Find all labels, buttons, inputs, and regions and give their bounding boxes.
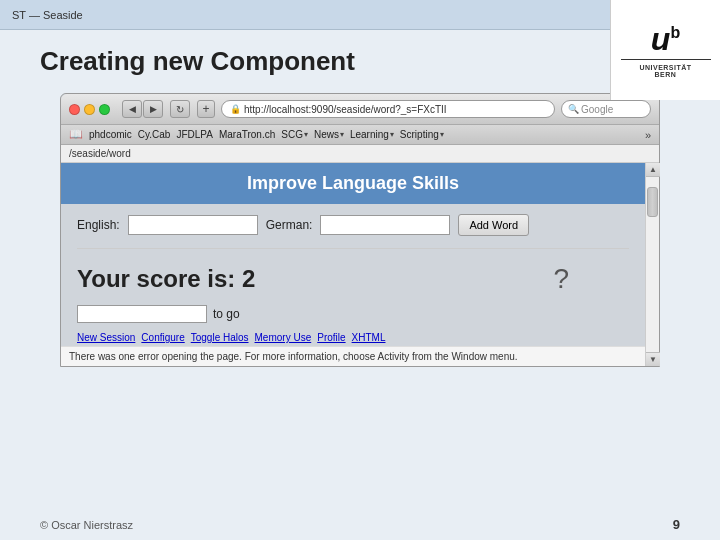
ssl-icon: 🔒 — [230, 104, 241, 114]
nav-buttons: ◀ ▶ — [122, 100, 163, 118]
link-new-session[interactable]: New Session — [77, 332, 135, 343]
minimize-button[interactable] — [84, 104, 95, 115]
search-icon: 🔍 — [568, 104, 579, 114]
scrollbar-thumb[interactable] — [647, 187, 658, 217]
to-go-input[interactable] — [77, 305, 207, 323]
forward-button[interactable]: ▶ — [143, 100, 163, 118]
logo-university: UNIVERSITÄT BERN — [639, 64, 691, 78]
logo-area: ub UNIVERSITÄT BERN — [610, 0, 720, 100]
page-header-blue: Improve Language Skills — [61, 163, 645, 204]
bottom-links: New Session Configure Toggle Halos Memor… — [61, 329, 645, 346]
word-form: English: German: Add Word — [61, 204, 645, 246]
close-button[interactable] — [69, 104, 80, 115]
form-divider — [77, 248, 629, 249]
maximize-button[interactable] — [99, 104, 110, 115]
to-go-label: to go — [213, 307, 240, 321]
browser-window: ◀ ▶ ↻ + 🔒 http://localhost:9090/seaside/… — [60, 93, 660, 367]
scroll-down-button[interactable]: ▼ — [646, 352, 660, 366]
score-text: Your score is: 2 — [77, 265, 255, 293]
link-configure[interactable]: Configure — [141, 332, 184, 343]
url-bar[interactable]: 🔒 http://localhost:9090/seaside/word?_s=… — [221, 100, 555, 118]
bookmarks-icon: 📖 — [69, 128, 83, 141]
question-mark: ? — [553, 263, 629, 295]
traffic-lights — [69, 104, 110, 115]
browser-titlebar: ◀ ▶ ↻ + 🔒 http://localhost:9090/seaside/… — [61, 94, 659, 125]
bookmark-learning[interactable]: Learning ▾ — [350, 129, 394, 140]
back-button[interactable]: ◀ — [122, 100, 142, 118]
bookmark-phdcomic[interactable]: phdcomic — [89, 129, 132, 140]
bookmark-scripting[interactable]: Scripting ▾ — [400, 129, 444, 140]
english-input[interactable] — [128, 215, 258, 235]
header-label: ST — Seaside — [12, 9, 83, 21]
error-bar: There was one error opening the page. Fo… — [61, 346, 645, 366]
link-memory-use[interactable]: Memory Use — [255, 332, 312, 343]
browser-content-area: Improve Language Skills English: German:… — [61, 163, 659, 366]
bookmarks-bar: 📖 phdcomic Cy.Cab JFDLPA MaraTron.ch SCG… — [61, 125, 659, 145]
search-bar[interactable]: 🔍 Google — [561, 100, 651, 118]
bookmarks-more-button[interactable]: » — [645, 129, 651, 141]
german-input[interactable] — [320, 215, 450, 235]
bookmark-maratron[interactable]: MaraTron.ch — [219, 129, 275, 140]
bookmark-jfdlpa[interactable]: JFDLPA — [176, 129, 213, 140]
refresh-button[interactable]: ↻ — [170, 100, 190, 118]
german-label: German: — [266, 218, 313, 232]
bookmark-scg[interactable]: SCG ▾ — [281, 129, 308, 140]
scroll-up-button[interactable]: ▲ — [646, 163, 660, 177]
footer: © Oscar Nierstrasz 9 — [40, 517, 680, 532]
link-toggle-halos[interactable]: Toggle Halos — [191, 332, 249, 343]
score-area: Your score is: 2 ? — [61, 257, 645, 301]
address-path-bar: /seaside/word — [61, 145, 659, 163]
english-label: English: — [77, 218, 120, 232]
add-word-button[interactable]: Add Word — [458, 214, 529, 236]
new-tab-button[interactable]: + — [197, 100, 215, 118]
footer-page-number: 9 — [673, 517, 680, 532]
link-profile[interactable]: Profile — [317, 332, 345, 343]
logo-divider — [621, 59, 711, 60]
browser-scrollbar[interactable]: ▲ ▼ — [645, 163, 659, 366]
scrollbar-track[interactable] — [646, 177, 659, 352]
browser-page: Improve Language Skills English: German:… — [61, 163, 645, 366]
link-xhtml[interactable]: XHTML — [352, 332, 386, 343]
bookmark-cycab[interactable]: Cy.Cab — [138, 129, 171, 140]
page-heading: Improve Language Skills — [77, 173, 629, 194]
to-go-area: to go — [61, 301, 645, 329]
logo-u: ub — [651, 23, 680, 55]
page-title: Creating new Component — [40, 46, 680, 77]
footer-copyright: © Oscar Nierstrasz — [40, 519, 133, 531]
bookmark-news[interactable]: News ▾ — [314, 129, 344, 140]
